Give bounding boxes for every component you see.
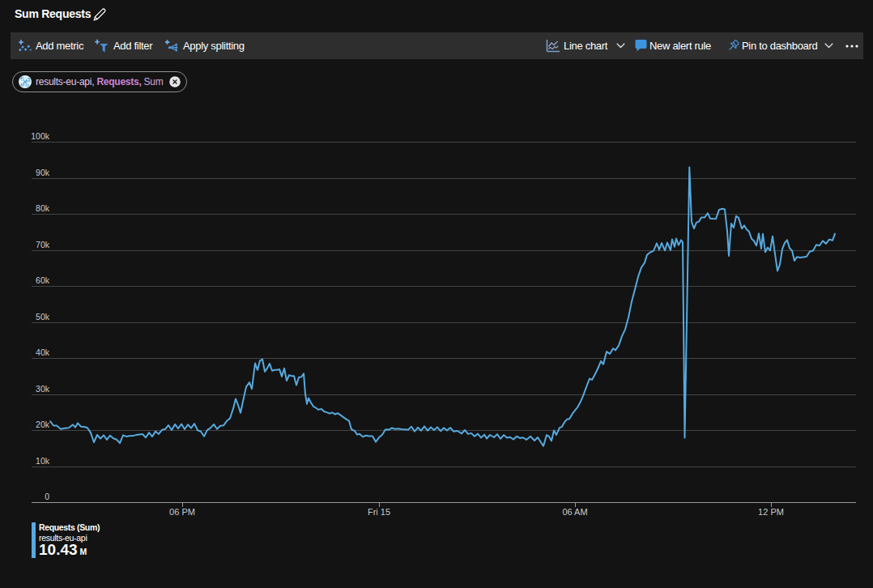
svg-text:100k: 100k (31, 131, 50, 141)
svg-text:20k: 20k (36, 420, 50, 429)
svg-text:80k: 80k (36, 203, 50, 213)
svg-text:40k: 40k (36, 347, 50, 357)
svg-text:06 AM: 06 AM (562, 507, 587, 517)
svg-text:12 PM: 12 PM (758, 507, 784, 517)
svg-text:90k: 90k (36, 168, 50, 177)
svg-text:50k: 50k (36, 312, 50, 322)
svg-text:Fri 15: Fri 15 (368, 507, 390, 517)
svg-text:0: 0 (45, 492, 49, 501)
svg-text:06 PM: 06 PM (169, 507, 195, 517)
svg-text:70k: 70k (36, 240, 50, 249)
svg-text:10k: 10k (36, 456, 50, 466)
svg-text:60k: 60k (36, 275, 50, 285)
svg-text:30k: 30k (36, 384, 50, 394)
